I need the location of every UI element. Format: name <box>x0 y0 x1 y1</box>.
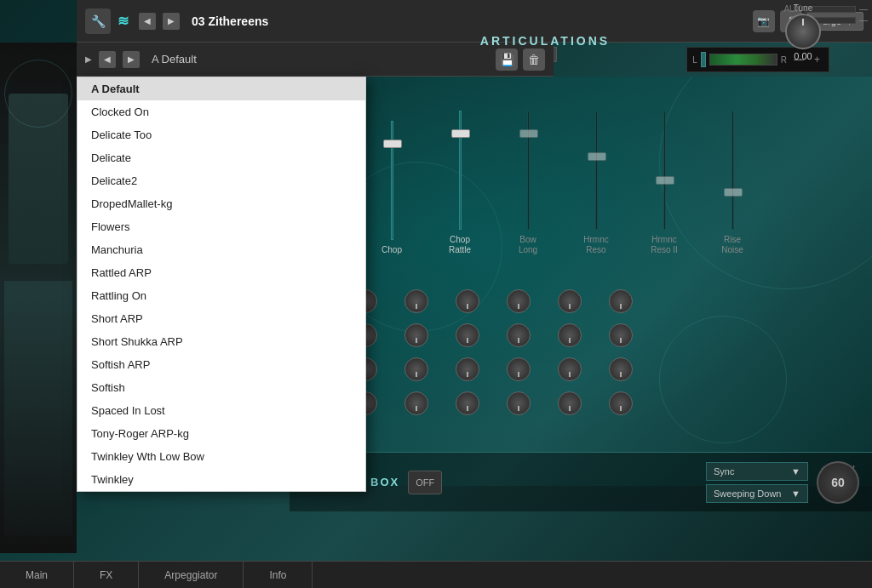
attack-knob-6[interactable] <box>609 323 633 347</box>
transpose-knob-6[interactable] <box>609 391 633 415</box>
dropdown-item-flowers[interactable]: Flowers <box>77 215 365 238</box>
release-knob-3[interactable] <box>456 357 479 381</box>
tab-fx[interactable]: FX <box>74 562 139 588</box>
pan-knob-6[interactable] <box>609 289 633 313</box>
release-row: Release <box>298 357 809 381</box>
chop-slider[interactable] <box>391 121 393 240</box>
sliders-section: Pluck Chop ChopRattle BowLong HrmncReso … <box>298 111 758 255</box>
dropdown-item-delicate2[interactable]: Delicate2 <box>77 169 365 192</box>
hrmnc-reso-slider-col: HrmncReso <box>571 111 622 255</box>
preset-dropdown: A Default Clocked On Delicate Too Delica… <box>77 77 366 492</box>
transpose-knob-4[interactable] <box>507 391 531 415</box>
dropdown-item-twinkley-low-bow[interactable]: Twinkley Wth Low Bow <box>77 445 365 468</box>
save-preset-button[interactable]: 💾 <box>496 49 518 71</box>
knobs-section: Pan Attack Release <box>298 289 809 425</box>
rise-noise-slider-col: RiseNoise <box>707 111 758 255</box>
bottom-tab-bar: Main FX Arpeggiator Info <box>0 561 872 588</box>
tab-main[interactable]: Main <box>0 562 74 588</box>
pan-knobs <box>353 289 633 313</box>
tune-section: Tune 0.00 <box>785 3 821 61</box>
release-knob-4[interactable] <box>507 357 531 381</box>
pan-knob-3[interactable] <box>456 289 479 313</box>
camera-button[interactable]: 📷 <box>753 10 775 32</box>
preset-name: A Default <box>152 53 197 66</box>
next-instrument-button[interactable]: ▶ <box>163 13 180 30</box>
next-preset-button[interactable]: ▶ <box>123 51 140 68</box>
hrmnc-reso-ii-slider-col: HrmncReso II <box>639 111 690 255</box>
chop-slider-col: Chop <box>366 121 417 255</box>
dropdown-item-short-shukka-arp[interactable]: Short Shukka ARP <box>77 330 365 353</box>
pan-knob-2[interactable] <box>404 289 428 313</box>
release-knob-5[interactable] <box>558 357 582 381</box>
attack-knobs <box>353 323 633 347</box>
hrmnc-reso-slider[interactable] <box>595 111 598 230</box>
attack-row: Attack <box>298 323 809 347</box>
instrument-name: 03 Zithereens <box>192 14 268 28</box>
meter-visualization <box>709 54 777 66</box>
preset-actions: 💾 🗑 <box>496 49 545 71</box>
dropdown-item-short-arp[interactable]: Short ARP <box>77 307 365 330</box>
attack-knob-2[interactable] <box>404 323 428 347</box>
scatter-box-section: SCATTER BOX OFF Sync ▼ Sweeping Down ▼ 6… <box>290 452 872 511</box>
dropdown-item-droped-mallet[interactable]: DropedMallet-kg <box>77 192 365 215</box>
preset-bar: ▶ ◀ ▶ A Default 💾 🗑 <box>77 43 554 77</box>
sync-dropdown-arrow: ▼ <box>791 466 800 477</box>
pattern-dropdown[interactable]: Sweeping Down ▼ <box>706 484 808 503</box>
hrmnc-reso-label: HrmncReso <box>583 235 608 255</box>
dropdown-item-tony-roger-arp[interactable]: Tony-Roger ARP-kg <box>77 422 365 445</box>
chop-label: Chop <box>382 245 402 255</box>
bpm-display[interactable]: 60 <box>817 461 859 504</box>
hrmnc-reso-ii-slider[interactable] <box>663 111 666 230</box>
tune-label: Tune <box>794 3 812 13</box>
release-knobs <box>353 357 633 381</box>
dropdown-item-rattling-on[interactable]: Rattling On <box>77 284 365 307</box>
prev-preset-button[interactable]: ◀ <box>99 51 116 68</box>
pan-knob-4[interactable] <box>507 289 531 313</box>
pan-row: Pan <box>298 289 809 313</box>
dropdown-item-twinkley[interactable]: Twinkley <box>77 468 365 491</box>
prev-instrument-button[interactable]: ◀ <box>139 13 156 30</box>
bow-long-label: BowLong <box>519 235 537 255</box>
tab-info[interactable]: Info <box>244 562 313 588</box>
meter-l-label: L <box>692 55 697 65</box>
preset-indicator: ▶ <box>85 54 92 64</box>
rise-noise-label: RiseNoise <box>721 235 743 255</box>
pattern-dropdown-arrow: ▼ <box>791 488 800 499</box>
scatter-dropdowns: Sync ▼ Sweeping Down ▼ <box>706 462 808 503</box>
dropdown-item-rattled-arp[interactable]: Rattled ARP <box>77 261 365 284</box>
release-knob-6[interactable] <box>609 357 633 381</box>
dropdown-item-spaced-in-lost[interactable]: Spaced In Lost <box>77 399 365 422</box>
chop-rattle-slider[interactable] <box>459 111 462 230</box>
dropdown-item-delicate[interactable]: Delicate <box>77 146 365 169</box>
dropdown-item-clocked-on[interactable]: Clocked On <box>77 100 365 123</box>
delete-preset-button[interactable]: 🗑 <box>523 49 545 71</box>
tab-arpeggiator[interactable]: Arpeggiator <box>139 562 244 588</box>
tune-knob[interactable] <box>785 14 821 49</box>
transpose-knobs <box>353 391 633 415</box>
chop-rattle-label: ChopRattle <box>449 235 471 255</box>
wrench-icon[interactable]: 🔧 <box>85 9 111 34</box>
scatter-off-button[interactable]: OFF <box>408 471 442 494</box>
dropdown-item-softish-arp[interactable]: Softish ARP <box>77 353 365 376</box>
release-knob-2[interactable] <box>404 357 428 381</box>
transpose-knob-5[interactable] <box>558 391 582 415</box>
dropdown-item-delicate-too[interactable]: Delicate Too <box>77 123 365 146</box>
sync-dropdown[interactable]: Sync ▼ <box>706 462 808 481</box>
transpose-knob-3[interactable] <box>456 391 479 415</box>
dropdown-item-softish[interactable]: Softish <box>77 376 365 399</box>
dropdown-item-manchuria[interactable]: Manchuria <box>77 238 365 261</box>
attack-knob-4[interactable] <box>507 323 531 347</box>
dropdown-item-a-default[interactable]: A Default <box>77 77 365 100</box>
tune-value: 0.00 <box>794 51 812 61</box>
bow-long-slider[interactable] <box>527 111 530 230</box>
attack-knob-5[interactable] <box>558 323 582 347</box>
chop-rattle-slider-col: ChopRattle <box>434 111 485 255</box>
transpose-row: Transpose <box>298 391 809 415</box>
bow-long-slider-col: BowLong <box>502 111 554 255</box>
wave-logo: ≋ <box>118 13 129 29</box>
transpose-knob-2[interactable] <box>404 391 428 415</box>
left-decorative-panel <box>0 43 77 553</box>
rise-noise-slider[interactable] <box>731 111 734 230</box>
attack-knob-3[interactable] <box>456 323 479 347</box>
pan-knob-5[interactable] <box>558 289 582 313</box>
